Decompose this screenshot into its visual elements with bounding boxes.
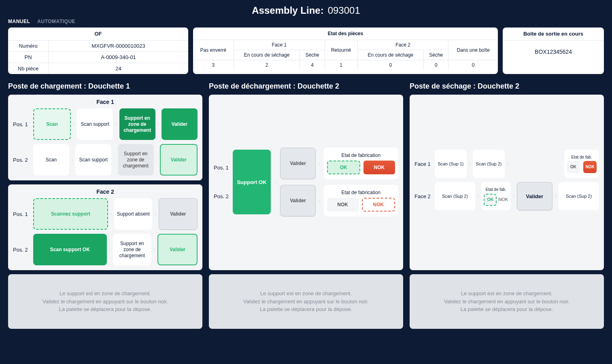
- d-pos2-label: Pos. 2: [214, 193, 229, 199]
- th-f2-seche: Sèche: [424, 50, 448, 60]
- f1p1-scan-support[interactable]: Scan support: [77, 108, 113, 140]
- tab-manuel[interactable]: MANUEL: [8, 19, 30, 24]
- of-numero-value: MXGFVR-0000010023: [49, 40, 188, 51]
- s2-scan-sup2b[interactable]: Scan (Sup 2): [559, 182, 599, 210]
- chevron-right-icon: ›: [469, 162, 470, 166]
- support-ok[interactable]: Support OK: [233, 150, 271, 214]
- s1-nok[interactable]: NOK: [583, 161, 597, 173]
- chevron-right-icon: ›: [109, 248, 110, 252]
- s1-scan-sup1[interactable]: Scan (Sup 1): [435, 150, 467, 178]
- s2-etat: Etat de fab. OK NOK: [481, 182, 510, 210]
- dp1-etat-title: Etat de fabrication: [327, 152, 395, 158]
- f1p2-zone[interactable]: Support en zone de chargement: [118, 144, 154, 176]
- f2p1-scannez-support[interactable]: Scannez support: [33, 198, 108, 230]
- s1-scan-sup2[interactable]: Scan (Sup 2): [473, 150, 505, 178]
- of-nb-label: Nb pièce: [8, 63, 49, 74]
- col3-title: Poste de séchage : Douchette 2: [410, 82, 604, 91]
- dp2-etat-title: Etat de fabrication: [327, 190, 395, 195]
- tab-automatique[interactable]: AUTOMATIQUE: [37, 19, 75, 24]
- chevron-right-icon: ›: [114, 158, 115, 162]
- f2p1-valider[interactable]: Valider: [159, 198, 198, 230]
- val-f2c: 0: [357, 60, 424, 70]
- dp2-valider[interactable]: Valider: [280, 185, 316, 216]
- etat-table: Pas enverré Face 1 Retourné Face 2 Dans …: [193, 40, 498, 70]
- dp2-ok-nok[interactable]: NOK: [327, 198, 359, 212]
- etat-header: Etat des pièces: [193, 28, 498, 40]
- val-f2s: 0: [424, 60, 448, 70]
- d-pos1-label: Pos. 1: [214, 165, 229, 171]
- s2-valider[interactable]: Valider: [517, 182, 552, 210]
- of-header: OF: [8, 28, 188, 40]
- chevron-right-icon: ›: [319, 161, 320, 166]
- mode-tabs: MANUEL AUTOMATIQUE: [8, 19, 604, 24]
- th-f1-cours: En cours de séchage: [234, 50, 300, 60]
- chevron-right-icon: ›: [319, 199, 320, 203]
- boite-value: BOX12345624: [503, 40, 604, 63]
- dp1-nok[interactable]: NOK: [363, 161, 395, 174]
- s2-scan-sup2a[interactable]: Scan (Sup 2): [435, 182, 475, 210]
- card-face1-title: Face 1: [13, 99, 198, 105]
- th-f1-seche: Sèche: [300, 50, 325, 60]
- chevron-right-icon: ›: [507, 162, 508, 166]
- etat-panel: Etat des pièces Pas enverré Face 1 Retou…: [193, 28, 498, 74]
- msg-sechage: Le support est en zone de chargement.Val…: [410, 274, 604, 329]
- boite-header: Boîte de sortie en cours: [503, 28, 604, 40]
- of-pn-value: A-0009-340-01: [49, 52, 188, 63]
- val-f1c: 2: [234, 60, 300, 70]
- s-face2-label: Face 2: [414, 193, 432, 199]
- s1-etat: Etat de fab. OK NOK: [564, 150, 599, 178]
- dp2-nok[interactable]: NOK: [362, 198, 395, 212]
- dp1-ok[interactable]: OK: [327, 161, 360, 174]
- chevron-right-icon: ›: [555, 194, 556, 199]
- s2-etat-title: Etat de fab.: [486, 187, 506, 192]
- f2-pos2-label: Pos. 2: [13, 247, 31, 253]
- th-pas-enverre: Pas enverré: [193, 40, 234, 60]
- val-pas: 3: [193, 60, 234, 70]
- dp2-etat: Etat de fabrication NOK NOK: [324, 185, 398, 216]
- f2p2-valider[interactable]: Valider: [157, 234, 198, 265]
- s-face1-label: Face 1: [414, 161, 432, 167]
- col1-title: Poste de chargement : Douchette 1: [8, 82, 202, 91]
- f2p2-scan-support-ok[interactable]: Scan support OK: [33, 234, 107, 265]
- s1-ok[interactable]: OK: [567, 161, 580, 173]
- chevron-right-icon: ›: [155, 212, 156, 216]
- th-face1: Face 1: [234, 40, 325, 50]
- f2p2-zone[interactable]: Support en zone de chargement: [113, 234, 151, 265]
- chevron-right-icon: ›: [115, 122, 117, 127]
- f2-pos1-label: Pos. 1: [13, 211, 31, 217]
- chevron-right-icon: ›: [158, 122, 159, 127]
- f1p1-scan[interactable]: Scan: [33, 108, 71, 140]
- chevron-right-icon: ›: [478, 194, 479, 199]
- chevron-right-icon: ›: [110, 212, 112, 216]
- msg-chargement: Le support est en zone de chargement.Val…: [8, 274, 202, 329]
- f1p1-zone[interactable]: Support en zone de chargement: [119, 108, 155, 140]
- chevron-right-icon: ›: [73, 122, 74, 127]
- f1p2-valider[interactable]: Valider: [160, 144, 198, 176]
- chevron-right-icon: ›: [513, 194, 514, 199]
- f1p2-scan-support[interactable]: Scan support: [75, 144, 111, 176]
- card-face2-title: Face 2: [13, 188, 198, 195]
- page-title: Assembly Line:093001: [8, 5, 604, 16]
- val-f1s: 4: [300, 60, 325, 70]
- f1p1-valider[interactable]: Valider: [162, 108, 198, 140]
- card-sechage: Face 1 Scan (Sup 1) › Scan (Sup 2) › Eta…: [410, 95, 604, 270]
- chevron-right-icon: ›: [275, 180, 276, 184]
- dp1-valider[interactable]: Valider: [280, 148, 316, 179]
- of-nb-value: 24: [49, 63, 188, 74]
- card-face2: Face 2 Pos. 1 Scannez support › Support …: [8, 184, 202, 270]
- of-pn-label: PN: [8, 52, 49, 63]
- dp1-etat: Etat de fabrication OK NOK: [324, 148, 398, 179]
- f2p1-support-absent[interactable]: Support absent: [114, 198, 152, 230]
- s2-ok[interactable]: OK: [484, 194, 497, 206]
- col-chargement: Poste de chargement : Douchette 1 Face 1…: [8, 82, 202, 329]
- of-numero-label: Numéro: [8, 40, 49, 51]
- s2-nok[interactable]: NOK: [498, 194, 508, 206]
- card-dechargement: Pos. 1 Pos. 2 Support OK › Valider › Eta…: [209, 95, 403, 270]
- f1p2-scan[interactable]: Scan: [33, 144, 69, 176]
- f1-pos2-label: Pos. 2: [13, 157, 31, 163]
- th-face2: Face 2: [357, 40, 448, 50]
- chevron-right-icon: ›: [72, 158, 73, 162]
- of-panel: OF NuméroMXGFVR-0000010023 PNA-0009-340-…: [8, 28, 188, 74]
- chevron-right-icon: ›: [154, 248, 155, 252]
- val-box: 0: [448, 60, 498, 70]
